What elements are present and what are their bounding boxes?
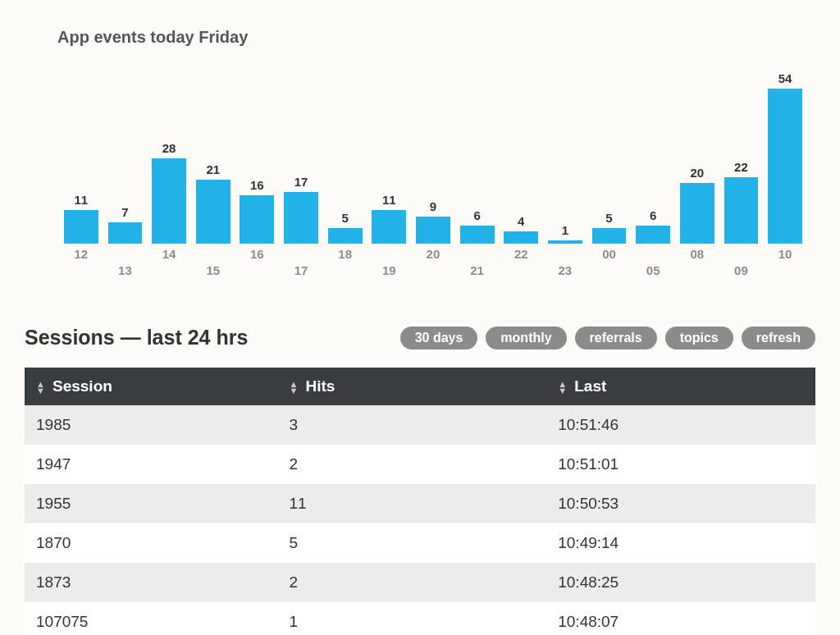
chart-title: App events today Friday: [57, 28, 815, 47]
table-row[interactable]: 1870510:49:14: [25, 523, 815, 563]
bar-col: 5410: [763, 71, 807, 244]
bar-x-label: 09: [734, 263, 748, 277]
bar: [592, 228, 627, 244]
bar-x-label: 10: [778, 247, 792, 261]
bar-col: 2209: [719, 71, 764, 244]
bar-col: 605: [631, 71, 675, 244]
cell-session: 1870: [25, 523, 277, 563]
cell-last: 10:50:53: [546, 484, 815, 523]
bar-x-label: 13: [118, 263, 132, 277]
bar-col: 1616: [235, 71, 280, 244]
bar-value-label: 7: [121, 205, 128, 219]
col-label: Hits: [305, 377, 335, 395]
cell-hits: 1: [277, 602, 546, 635]
events-bar-chart: 1112713281421151616171751811199206214221…: [25, 71, 815, 285]
bar: [504, 231, 538, 244]
bar: [240, 195, 274, 244]
monthly-button[interactable]: monthly: [486, 327, 566, 349]
bar-x-label: 23: [559, 263, 573, 277]
bar-col: 2008: [675, 71, 719, 244]
bar-col: 920: [411, 71, 455, 244]
refresh-button[interactable]: refresh: [742, 327, 815, 349]
bar-x-label: 00: [602, 247, 616, 261]
bar-col: 2115: [191, 71, 235, 244]
bar-value-label: 5: [341, 211, 348, 225]
bar: [768, 89, 802, 244]
bar-col: 621: [455, 71, 500, 244]
bar: [416, 217, 450, 244]
referrals-button[interactable]: referrals: [575, 327, 657, 349]
table-row[interactable]: 1873210:48:25: [25, 563, 815, 602]
bar-col: 123: [543, 71, 587, 244]
bar-col: 500: [587, 71, 632, 244]
bar-value-label: 54: [778, 71, 792, 85]
cell-last: 10:51:46: [546, 405, 815, 445]
bar-col: 1112: [59, 71, 103, 244]
bar-x-label: 16: [250, 247, 264, 261]
bar: [548, 240, 582, 244]
sessions-table: ▲▼Session▲▼Hits▲▼Last 1985310:51:4619472…: [25, 368, 815, 635]
bar: [372, 210, 406, 244]
col-session[interactable]: ▲▼Session: [25, 368, 277, 405]
sort-icon: ▲▼: [558, 381, 569, 394]
bar-value-label: 22: [734, 160, 748, 174]
cell-session: 1955: [25, 484, 277, 523]
bar-col: 2814: [147, 71, 191, 244]
bar-value-label: 4: [518, 214, 524, 228]
cell-hits: 2: [277, 563, 546, 602]
bar: [724, 177, 759, 244]
sort-icon: ▲▼: [289, 381, 300, 394]
bar: [328, 228, 363, 244]
bar-col: 422: [499, 71, 543, 244]
cell-last: 10:48:07: [546, 602, 815, 635]
col-label: Session: [52, 377, 112, 395]
topics-button[interactable]: topics: [665, 327, 733, 349]
bar-value-label: 6: [473, 208, 480, 222]
bar-value-label: 11: [382, 193, 396, 207]
table-row[interactable]: 1947210:51:01: [25, 445, 815, 484]
cell-hits: 3: [277, 405, 546, 445]
bar: [108, 222, 143, 244]
bar: [152, 158, 186, 244]
bar-col: 1119: [367, 71, 411, 244]
col-last[interactable]: ▲▼Last: [546, 368, 815, 405]
cell-hits: 5: [277, 523, 546, 563]
table-row[interactable]: 19551110:50:53: [25, 484, 815, 523]
cell-last: 10:49:14: [546, 523, 815, 563]
bar-x-label: 22: [514, 247, 528, 261]
bar-value-label: 17: [294, 175, 308, 189]
col-label: Last: [574, 377, 606, 395]
table-row[interactable]: 107075110:48:07: [25, 602, 815, 635]
col-hits[interactable]: ▲▼Hits: [277, 368, 546, 405]
sessions-title: Sessions — last 24 hrs: [25, 326, 248, 349]
bar: [636, 226, 670, 244]
cell-hits: 2: [277, 445, 546, 484]
bar-x-label: 18: [338, 247, 352, 261]
bar-value-label: 28: [162, 141, 176, 155]
bar: [680, 183, 714, 244]
cell-last: 10:48:25: [546, 563, 815, 602]
bar-value-label: 1: [562, 223, 568, 237]
bar: [284, 192, 318, 244]
bar-col: 518: [323, 71, 368, 244]
cell-hits: 11: [277, 484, 546, 523]
bar-x-label: 08: [690, 247, 704, 261]
bar-value-label: 16: [250, 178, 264, 192]
bar-value-label: 6: [650, 208, 656, 222]
bar-value-label: 11: [74, 193, 88, 207]
bar-x-label: 15: [206, 263, 220, 277]
bar-x-label: 19: [382, 263, 396, 277]
bar-x-label: 17: [294, 263, 308, 277]
bar-value-label: 9: [430, 199, 436, 213]
cell-session: 107075: [25, 602, 277, 635]
bar-x-label: 21: [470, 263, 484, 277]
bar-x-label: 12: [74, 247, 88, 261]
bar-col: 713: [103, 71, 148, 244]
table-row[interactable]: 1985310:51:46: [25, 405, 815, 445]
bar-x-label: 14: [162, 247, 176, 261]
bar: [196, 180, 231, 244]
bar: [460, 226, 495, 244]
bar-value-label: 5: [605, 211, 612, 225]
30-days-button[interactable]: 30 days: [400, 327, 478, 349]
bar-value-label: 20: [690, 166, 704, 180]
